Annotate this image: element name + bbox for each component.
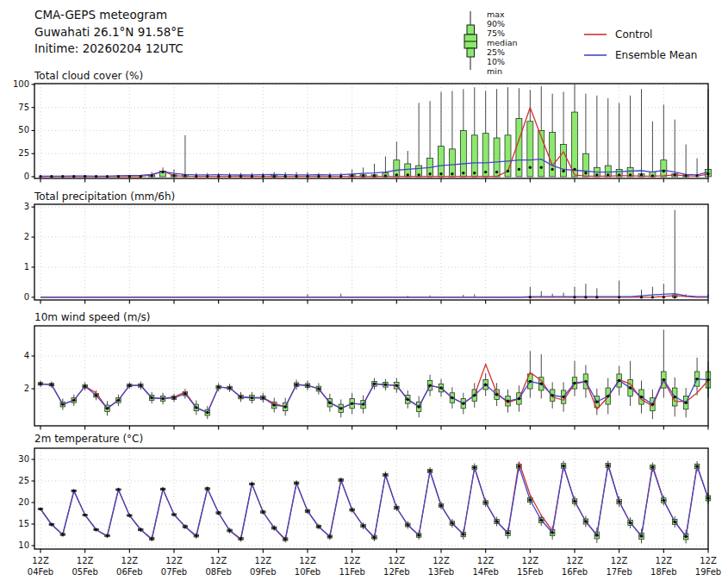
meteogram: CMA-GEPS meteogram Guwahati 26.1°N 91.58… — [0, 0, 728, 587]
legend-boxplot-glyph — [0, 0, 728, 587]
